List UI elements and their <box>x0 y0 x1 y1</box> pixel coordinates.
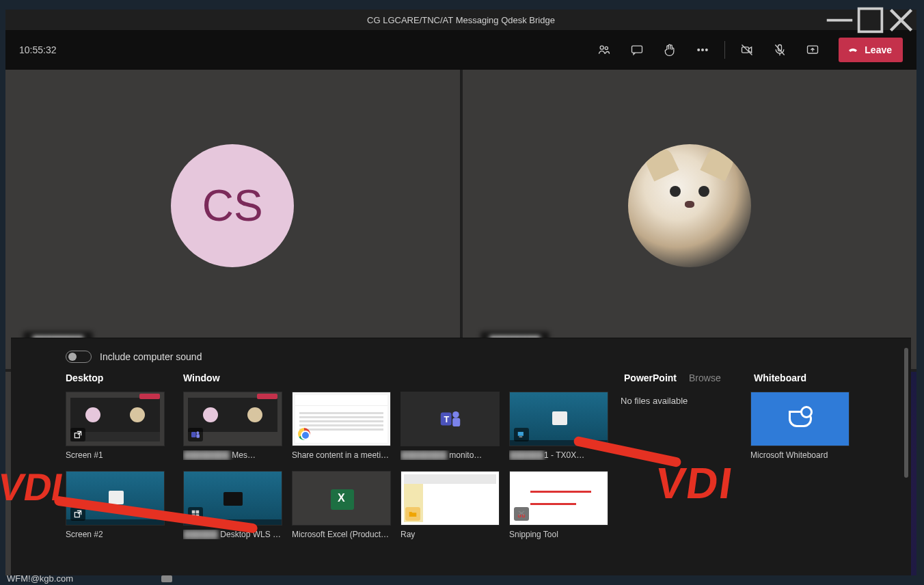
chat-button[interactable] <box>623 36 651 64</box>
share-item-label: Microsoft Whiteboard <box>750 450 850 460</box>
svg-rect-1 <box>859 8 882 31</box>
share-window-item[interactable]: Microsoft Excel (Product… <box>292 471 391 539</box>
share-item-label: ████████ ████████ Mes…Mes… <box>183 450 282 460</box>
share-window-item[interactable]: T ████████ monito… <box>400 392 500 460</box>
window-header: Window <box>183 372 624 383</box>
close-button[interactable] <box>886 10 916 30</box>
camera-off-button[interactable] <box>733 36 761 64</box>
minimize-button[interactable] <box>824 10 855 30</box>
share-item-label: Screen #1 <box>66 450 165 460</box>
share-window-item[interactable]: Snipping Tool <box>509 471 608 539</box>
svg-point-8 <box>702 49 704 51</box>
share-item-label: Share content in a meeti… <box>292 450 391 460</box>
share-window-item[interactable]: ██████1 - TX0X… <box>509 392 608 460</box>
chrome-icon <box>298 428 310 440</box>
share-item-label: Snipping Tool <box>509 530 608 539</box>
svg-rect-6 <box>632 46 642 53</box>
participants-button[interactable] <box>590 36 618 64</box>
avatar-initials: CS <box>171 144 294 267</box>
excel-icon <box>331 489 354 510</box>
desktop-header: Desktop <box>66 372 183 383</box>
browse-link[interactable]: Browse <box>689 372 721 383</box>
footer-email: WFM!@kgb.com <box>7 573 73 584</box>
mic-off-button[interactable] <box>766 36 793 64</box>
share-item-label: ██████1 - TX0X… <box>509 450 608 460</box>
share-item-label: Ray <box>400 530 500 539</box>
svg-rect-17 <box>191 432 196 437</box>
svg-rect-19 <box>196 434 200 437</box>
share-content-tray: Include computer sound Desktop Window Po… <box>11 338 911 575</box>
include-sound-toggle[interactable] <box>66 351 92 363</box>
svg-point-4 <box>600 46 603 49</box>
svg-rect-28 <box>196 511 200 514</box>
share-window-item[interactable]: ████████ ████████ Mes…Mes… <box>183 392 282 460</box>
participant-tile[interactable]: CS ████████ <box>5 70 460 369</box>
share-screen-1[interactable]: Screen #1 <box>66 392 165 460</box>
raise-hand-button[interactable] <box>656 36 683 64</box>
share-window-item[interactable]: Ray <box>400 471 500 539</box>
svg-rect-23 <box>452 418 460 426</box>
share-item-label: Screen #2 <box>66 530 165 539</box>
window-controls <box>824 10 916 30</box>
more-actions-button[interactable] <box>689 36 716 64</box>
no-files-text: No files available <box>621 396 750 406</box>
share-whiteboard-item[interactable]: Microsoft Whiteboard <box>750 392 850 460</box>
svg-point-22 <box>452 411 459 418</box>
leave-label: Leave <box>865 44 892 55</box>
include-sound-row: Include computer sound <box>66 351 856 363</box>
svg-point-5 <box>606 46 608 49</box>
window-title: CG LGCARE/TNC/AT Messaging Qdesk Bridge <box>367 15 555 25</box>
svg-point-7 <box>698 49 700 51</box>
share-button[interactable] <box>799 36 826 64</box>
tray-scrollbar[interactable] <box>904 348 908 478</box>
svg-text:T: T <box>444 415 449 424</box>
svg-point-9 <box>706 49 708 51</box>
share-section-headers: Desktop Window PowerPoint Browse Whitebo… <box>66 372 856 383</box>
rdp-icon <box>514 428 529 441</box>
whiteboard-icon <box>789 411 812 427</box>
folder-icon <box>405 507 420 521</box>
popout-icon <box>70 428 85 441</box>
svg-rect-27 <box>192 511 195 514</box>
teams-window-thumb: T <box>400 392 500 446</box>
whiteboard-header: Whiteboard <box>754 372 856 383</box>
share-item-label: ██████ Desktop WLS Co… <box>183 530 282 539</box>
share-window-item[interactable]: Share content in a meeti… <box>292 392 391 460</box>
participant-tile[interactable]: ████████ <box>463 70 917 369</box>
meeting-toolbar: 10:55:32 <box>5 30 916 70</box>
maximize-button[interactable] <box>855 10 886 30</box>
svg-rect-24 <box>518 432 524 436</box>
include-sound-label: Include computer sound <box>100 351 202 362</box>
annotation-vdi-right: VDI <box>653 458 737 508</box>
svg-point-32 <box>522 515 525 517</box>
svg-rect-25 <box>519 436 523 437</box>
svg-point-31 <box>518 515 521 517</box>
toolbar-right: Leave <box>590 36 903 64</box>
toolbar-separator <box>724 41 725 59</box>
snipping-tool-icon <box>514 507 529 521</box>
app-window: CG LGCARE/TNC/AT Messaging Qdesk Bridge … <box>5 10 916 575</box>
share-item-label: Microsoft Excel (Product… <box>292 530 391 539</box>
avatar-image <box>628 144 751 267</box>
svg-line-11 <box>742 45 752 55</box>
leave-button[interactable]: Leave <box>839 38 903 62</box>
svg-point-18 <box>196 431 199 434</box>
meeting-duration: 10:55:32 <box>19 44 57 55</box>
footer-scroll-thumb[interactable] <box>161 575 172 582</box>
titlebar: CG LGCARE/TNC/AT Messaging Qdesk Bridge <box>5 10 916 30</box>
share-item-label: ████████ monito… <box>400 450 500 460</box>
powerpoint-header: PowerPoint Browse <box>624 372 754 383</box>
teams-icon <box>188 428 203 441</box>
